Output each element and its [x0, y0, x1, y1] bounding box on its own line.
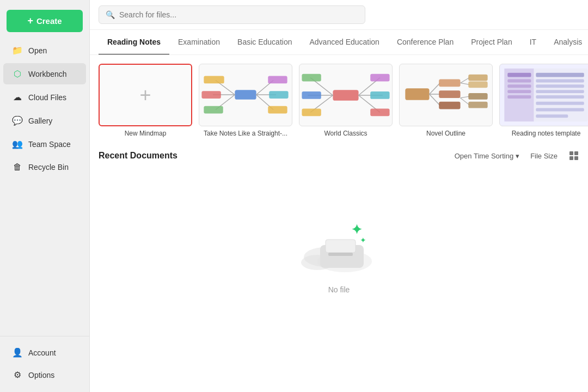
cloud-icon: ☁ — [12, 92, 23, 102]
content-area: + New Mindmap — [90, 55, 588, 392]
svg-rect-34 — [468, 75, 487, 81]
tab-examination[interactable]: Examination — [169, 30, 229, 55]
svg-rect-15 — [302, 74, 321, 82]
sparkle-icon: ✦ — [351, 222, 362, 237]
svg-rect-23 — [370, 91, 389, 99]
svg-rect-55 — [536, 114, 568, 118]
svg-line-37 — [461, 96, 470, 98]
sidebar-item-gallery[interactable]: 💬 Gallery — [3, 110, 86, 131]
svg-rect-49 — [536, 79, 584, 83]
sidebar-item-label: Recycle Bin — [28, 163, 69, 171]
svg-rect-50 — [536, 84, 584, 88]
recent-controls: Open Time Sorting ▾ File Size — [455, 150, 579, 161]
tab-advanced-education[interactable]: Advanced Education — [301, 30, 388, 55]
create-button[interactable]: + Create — [7, 10, 83, 32]
svg-line-39 — [461, 98, 470, 105]
sidebar-item-team-space[interactable]: 👥 Team Space — [3, 133, 86, 155]
sidebar-item-label: Account — [28, 348, 56, 357]
svg-rect-19 — [302, 109, 321, 117]
svg-rect-10 — [269, 91, 288, 99]
search-box[interactable]: 🔍 — [99, 5, 365, 24]
svg-rect-53 — [536, 102, 584, 105]
svg-rect-43 — [507, 73, 531, 77]
empty-label: No file — [328, 285, 350, 294]
svg-rect-13 — [333, 90, 358, 101]
svg-rect-28 — [439, 79, 460, 87]
grid-view-icon — [568, 150, 579, 161]
template-label: Novel Outline — [426, 130, 465, 137]
svg-rect-47 — [507, 95, 531, 99]
recycle-icon: 🗑 — [12, 162, 23, 172]
tab-reading-notes[interactable]: Reading Notes — [99, 30, 169, 55]
svg-rect-38 — [468, 93, 487, 100]
svg-rect-17 — [302, 91, 321, 99]
svg-rect-0 — [235, 90, 256, 100]
template-reading-notes[interactable]: Reading notes template — [499, 64, 588, 137]
sidebar-item-label: Cloud Files — [28, 93, 66, 102]
chevron-down-icon: ▾ — [516, 152, 519, 160]
tab-it[interactable]: IT — [521, 30, 545, 55]
svg-rect-12 — [268, 106, 287, 114]
sidebar: + Create 📁 Open ⬡ Workbench ☁ Cloud File… — [0, 0, 90, 392]
svg-line-35 — [461, 83, 470, 84]
svg-rect-6 — [204, 106, 223, 114]
template-take-notes[interactable]: Take Notes Like a Straight-... — [199, 64, 292, 137]
sidebar-item-account[interactable]: 👤 Account — [3, 342, 86, 363]
sidebar-item-label: Options — [28, 371, 54, 379]
tab-project-plan[interactable]: Project Plan — [462, 30, 520, 55]
template-world-classics[interactable]: World Classics — [299, 64, 393, 137]
svg-rect-56 — [569, 151, 573, 155]
svg-rect-65 — [328, 253, 353, 256]
file-size-label: File Size — [530, 152, 558, 160]
template-label: Take Notes Like a Straight-... — [204, 130, 287, 137]
sidebar-item-open[interactable]: 📁 Open — [3, 40, 86, 61]
tab-conference-plan[interactable]: Conference Plan — [388, 30, 462, 55]
svg-rect-40 — [468, 102, 487, 108]
sidebar-item-label: Workbench — [28, 70, 67, 78]
template-label: World Classics — [324, 130, 367, 137]
search-input[interactable] — [119, 10, 358, 19]
template-thumb-novel-outline — [399, 64, 493, 126]
recent-documents-header: Recent Documents Open Time Sorting ▾ Fil… — [99, 150, 579, 161]
svg-rect-26 — [405, 88, 429, 100]
sidebar-item-label: Gallery — [28, 117, 52, 125]
tab-analysis[interactable]: Analysis — [545, 30, 588, 55]
search-icon: 🔍 — [106, 10, 115, 19]
template-label: Reading notes template — [512, 130, 581, 137]
svg-rect-44 — [507, 79, 531, 83]
svg-rect-48 — [536, 73, 584, 77]
topbar: 🔍 — [90, 0, 588, 30]
empty-state: ✦ ✦ No file — [99, 170, 579, 316]
svg-line-33 — [461, 78, 470, 83]
plus-icon: + — [27, 15, 33, 27]
sort-dropdown[interactable]: Open Time Sorting ▾ — [455, 152, 519, 160]
sidebar-item-label: Open — [28, 46, 47, 55]
template-thumb-take-notes — [199, 64, 292, 126]
svg-line-27 — [430, 83, 440, 94]
sidebar-item-options[interactable]: ⚙ Options — [3, 364, 86, 385]
main-content: 🔍 Reading Notes Examination Basic Educat… — [90, 0, 588, 392]
sidebar-item-label: Team Space — [28, 140, 71, 149]
account-icon: 👤 — [12, 347, 23, 358]
svg-rect-51 — [536, 90, 584, 93]
svg-rect-64 — [326, 240, 356, 253]
tab-basic-education[interactable]: Basic Education — [229, 30, 301, 55]
svg-rect-58 — [569, 156, 573, 160]
sidebar-item-workbench[interactable]: ⬡ Workbench — [3, 63, 86, 84]
template-label: New Mindmap — [125, 130, 167, 137]
sidebar-item-cloud-files[interactable]: ☁ Cloud Files — [3, 87, 86, 108]
sidebar-item-recycle-bin[interactable]: 🗑 Recycle Bin — [3, 157, 86, 177]
template-thumb-reading-notes — [499, 64, 588, 126]
template-novel-outline[interactable]: Novel Outline — [399, 64, 493, 137]
recent-title: Recent Documents — [99, 151, 177, 161]
sidebar-bottom: 👤 Account ⚙ Options — [0, 336, 89, 387]
tabs-bar: Reading Notes Examination Basic Educatio… — [90, 30, 588, 55]
svg-rect-54 — [536, 108, 584, 112]
sparkle-small-icon: ✦ — [360, 236, 366, 244]
svg-rect-25 — [370, 109, 389, 117]
sort-label: Open Time Sorting — [455, 152, 513, 160]
view-toggle[interactable] — [568, 150, 579, 161]
svg-rect-36 — [468, 81, 487, 88]
svg-rect-2 — [204, 76, 224, 84]
template-new-mindmap[interactable]: + New Mindmap — [99, 64, 192, 137]
